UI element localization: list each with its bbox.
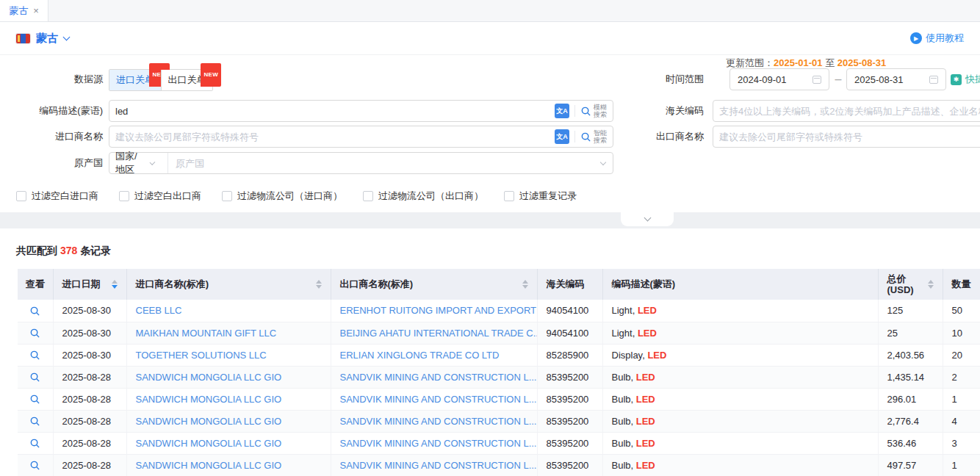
tab-import-declarations[interactable]: 进口关单 NEW bbox=[109, 70, 161, 90]
checkbox-label: 过滤空白出口商 bbox=[134, 190, 201, 203]
tab-export-declarations[interactable]: 出口关单 NEW bbox=[161, 70, 212, 90]
browser-tab-label: 蒙古 bbox=[9, 4, 28, 18]
panel-collapse-band bbox=[0, 212, 980, 228]
origin-input[interactable] bbox=[168, 158, 601, 169]
origin-inputbox: 国家/地区 bbox=[109, 152, 613, 174]
code-desc-label: 编码描述(蒙语) bbox=[0, 100, 103, 122]
magnifier-icon bbox=[29, 438, 40, 449]
keyword-highlight: LED bbox=[638, 305, 657, 316]
checkbox-filter-duplicates[interactable]: 过滤重复记录 bbox=[504, 190, 577, 203]
checkbox-icon[interactable] bbox=[222, 191, 232, 201]
cell-desc: Light, LED bbox=[602, 322, 878, 344]
translate-icon[interactable]: 文A bbox=[555, 129, 569, 144]
filter-panel: 数据源 进口关单 NEW 出口关单 NEW 更新范围：2025-01-01 至 … bbox=[0, 55, 980, 212]
checkbox-filter-logistics-importer[interactable]: 过滤物流公司（进口商） bbox=[222, 190, 342, 203]
chevron-down-icon bbox=[644, 214, 651, 222]
cell-hs-code: 85395200 bbox=[537, 410, 602, 432]
magnifier-icon bbox=[29, 416, 40, 427]
shortcut-button[interactable]: ✱ 快捷 bbox=[951, 68, 980, 90]
cell-hs-code: 85395200 bbox=[537, 432, 602, 454]
view-record-button[interactable] bbox=[29, 350, 40, 361]
sort-import-date[interactable] bbox=[112, 280, 118, 289]
cell-qty: 20 bbox=[943, 344, 980, 366]
cell-price: 1,435.14 bbox=[878, 366, 943, 388]
checkbox-icon[interactable] bbox=[16, 191, 26, 201]
exporter-link[interactable]: SANDVIK MINING AND CONSTRUCTION L... bbox=[340, 372, 537, 383]
checkbox-label: 过滤空白进口商 bbox=[32, 190, 98, 203]
view-record-button[interactable] bbox=[29, 306, 40, 317]
country-name: 蒙古 bbox=[36, 32, 58, 46]
collapse-panel-button[interactable] bbox=[621, 212, 674, 226]
cell-date: 2025-08-30 bbox=[53, 344, 126, 366]
fuzzy-search-button[interactable]: 模糊搜索 bbox=[580, 104, 607, 118]
exporter-link[interactable]: SANDVIK MINING AND CONSTRUCTION L... bbox=[340, 394, 537, 405]
magnifier-icon bbox=[29, 306, 40, 317]
date-range-separator: – bbox=[832, 68, 844, 90]
view-record-button[interactable] bbox=[29, 394, 40, 405]
origin-region-select[interactable]: 国家/地区 bbox=[109, 153, 168, 173]
importer-input[interactable] bbox=[115, 131, 555, 143]
importer-link[interactable]: SANDWICH MONGOLIA LLC GIO bbox=[136, 438, 282, 449]
magnifier-icon bbox=[29, 372, 40, 383]
exporter-input[interactable] bbox=[719, 131, 980, 143]
cell-qty: 50 bbox=[943, 300, 980, 322]
importer-link[interactable]: SANDWICH MONGOLIA LLC GIO bbox=[136, 460, 282, 471]
checkbox-filter-logistics-exporter[interactable]: 过滤物流公司（出口商） bbox=[363, 190, 483, 203]
chevron-down-icon bbox=[150, 159, 156, 165]
smart-search-button[interactable]: 智能搜索 bbox=[580, 129, 607, 144]
exporter-link[interactable]: ERLIAN XINGLONG TRADE CO LTD bbox=[340, 350, 500, 361]
tutorial-label: 使用教程 bbox=[926, 32, 964, 45]
tab-import-label: 进口关单 bbox=[116, 74, 154, 85]
exporter-link[interactable]: SANDVIK MINING AND CONSTRUCTION L... bbox=[340, 416, 537, 427]
importer-link[interactable]: TOGETHER SOLUTIONS LLC bbox=[136, 350, 267, 361]
cell-hs-code: 85395200 bbox=[537, 366, 602, 388]
exporter-link[interactable]: ERENHOT RUITONG IMPORT AND EXPORT ... bbox=[340, 305, 538, 316]
view-record-button[interactable] bbox=[29, 438, 40, 449]
app-header: 蒙古 ▶ 使用教程 bbox=[0, 22, 980, 55]
data-source-label: 数据源 bbox=[0, 68, 103, 90]
sort-total-price[interactable] bbox=[928, 280, 934, 289]
checkbox-filter-blank-exporter[interactable]: 过滤空白出口商 bbox=[119, 190, 201, 203]
translate-icon[interactable]: 文A bbox=[555, 104, 569, 118]
cell-hs-code: 94054100 bbox=[537, 300, 602, 322]
smart-search-label: 智能搜索 bbox=[594, 129, 607, 144]
checkbox-icon[interactable] bbox=[504, 191, 514, 201]
importer-link[interactable]: MAIKHAN MOUNTAIN GIFT LLC bbox=[136, 328, 277, 339]
date-end-input[interactable]: 2025-08-31 bbox=[846, 68, 946, 90]
hs-code-input[interactable] bbox=[719, 106, 980, 117]
cell-price: 497.57 bbox=[878, 454, 943, 476]
cell-desc: Bulb, LED bbox=[602, 432, 878, 454]
importer-link[interactable]: SANDWICH MONGOLIA LLC GIO bbox=[136, 372, 282, 383]
importer-link[interactable]: SANDWICH MONGOLIA LLC GIO bbox=[136, 416, 282, 427]
sort-importer[interactable] bbox=[316, 280, 322, 289]
browser-tab-mongolia[interactable]: 蒙古 × bbox=[0, 0, 48, 21]
results-prefix: 共匹配到 bbox=[16, 245, 57, 256]
cell-qty: 10 bbox=[943, 322, 980, 344]
cell-qty: 3 bbox=[943, 432, 980, 454]
importer-link[interactable]: SANDWICH MONGOLIA LLC GIO bbox=[136, 394, 282, 405]
cell-desc: Bulb, LED bbox=[602, 388, 878, 410]
search-icon bbox=[580, 131, 591, 143]
view-record-button[interactable] bbox=[29, 328, 40, 339]
sort-exporter[interactable] bbox=[522, 280, 528, 289]
keyword-highlight: LED bbox=[636, 394, 655, 405]
date-start-input[interactable]: 2024-09-01 bbox=[729, 68, 829, 90]
exporter-link[interactable]: BEIJING AHATU INTERNATIONAL TRADE C... bbox=[340, 328, 538, 339]
view-record-button[interactable] bbox=[29, 416, 40, 427]
code-desc-input[interactable] bbox=[115, 106, 555, 117]
country-selector[interactable]: 蒙古 bbox=[16, 32, 69, 46]
checkbox-icon[interactable] bbox=[119, 191, 129, 201]
exporter-link[interactable]: SANDVIK MINING AND CONSTRUCTION L... bbox=[340, 460, 537, 471]
view-record-button[interactable] bbox=[29, 372, 40, 383]
checkbox-filter-blank-importer[interactable]: 过滤空白进口商 bbox=[16, 190, 98, 203]
search-icon bbox=[580, 106, 591, 117]
checkbox-icon[interactable] bbox=[363, 191, 373, 201]
close-icon[interactable]: × bbox=[33, 6, 39, 15]
tutorial-link[interactable]: ▶ 使用教程 bbox=[910, 32, 964, 45]
view-record-button[interactable] bbox=[29, 460, 40, 471]
new-badge: NEW bbox=[201, 63, 221, 87]
importer-link[interactable]: CEEB LLC bbox=[136, 305, 182, 316]
calendar-icon bbox=[929, 76, 938, 84]
exporter-link[interactable]: SANDVIK MINING AND CONSTRUCTION L... bbox=[340, 438, 537, 449]
col-view: 查看 bbox=[18, 269, 53, 300]
